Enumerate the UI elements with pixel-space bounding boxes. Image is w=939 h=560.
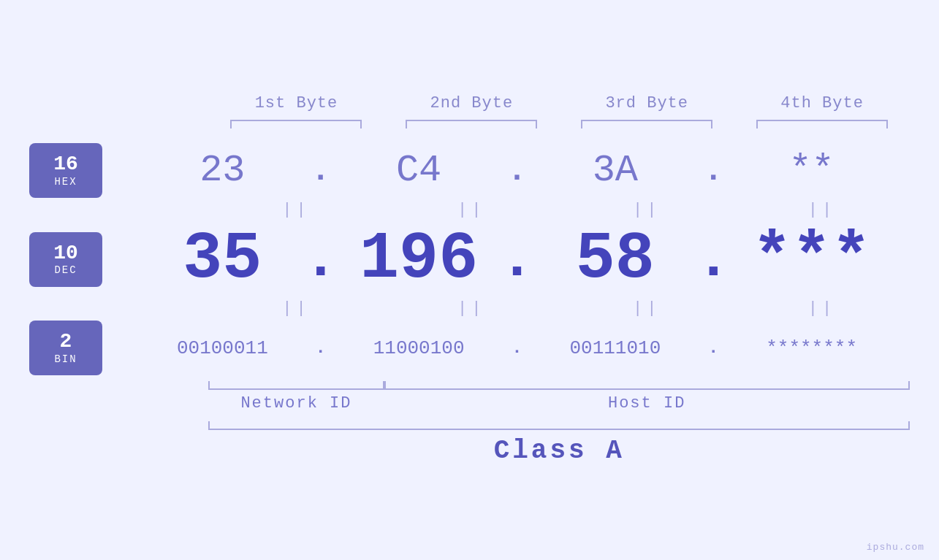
- bin-byte-1: 00100011: [124, 337, 321, 359]
- bin-row: 2 BIN 00100011 . 11000100 . 00111010 . *…: [29, 321, 910, 375]
- dec-byte-1: 35: [124, 222, 321, 296]
- eq-1: ||: [209, 201, 384, 219]
- spacer: [124, 120, 209, 129]
- spacer: [124, 201, 209, 219]
- hex-val-2: C4: [396, 149, 441, 192]
- bin-val-2: 11000100: [373, 337, 465, 359]
- bracket-4: [734, 120, 910, 129]
- dec-val-3: 58: [576, 222, 655, 296]
- top-brackets: [29, 120, 910, 129]
- bin-val-1: 00100011: [177, 337, 268, 359]
- dec-val-2: 196: [360, 222, 478, 296]
- outer-bracket-row: [29, 421, 910, 430]
- bin-val-3: 00111010: [569, 337, 661, 359]
- equals-row-2: || || || ||: [29, 299, 910, 318]
- dec-val-4: ***: [753, 222, 871, 296]
- id-labels-row: Network ID Host ID: [29, 394, 910, 413]
- bracket-2: [384, 120, 559, 129]
- dec-val-1: 35: [183, 222, 262, 296]
- dec-byte-3: 58: [517, 222, 714, 296]
- badge-spacer-bin: 2 BIN: [29, 321, 124, 375]
- byte-header-4: 4th Byte: [734, 94, 910, 112]
- bracket-line-4: [756, 120, 888, 129]
- byte-header-1: 1st Byte: [209, 94, 384, 112]
- badge-spacer-hex: 16 HEX: [29, 143, 124, 198]
- watermark: ipshu.com: [867, 542, 924, 553]
- bracket-1: [209, 120, 384, 129]
- hex-byte-1: 23: [124, 149, 321, 192]
- dec-badge-label: DEC: [54, 264, 77, 276]
- network-bracket: [208, 381, 384, 390]
- badge-spacer-dec: 10 DEC: [29, 232, 124, 287]
- hex-val-4: **: [788, 149, 834, 192]
- hex-val-1: 23: [199, 149, 245, 192]
- dec-row: 10 DEC 35 . 196 . 58 . ***: [29, 222, 910, 296]
- bottom-brackets: [29, 381, 910, 390]
- bin-badge-num: 2: [60, 331, 72, 353]
- hex-badge-num: 16: [53, 153, 78, 176]
- spacer: [124, 436, 209, 466]
- eq2-4: ||: [734, 299, 910, 318]
- hex-byte-4: **: [713, 149, 910, 192]
- hex-byte-2: C4: [321, 149, 517, 192]
- eq-4: ||: [734, 201, 910, 219]
- eq-3: ||: [559, 201, 734, 219]
- spacer: [124, 299, 209, 318]
- dec-badge-num: 10: [53, 242, 78, 265]
- outer-bracket: [208, 421, 910, 430]
- hex-byte-3: 3A: [517, 149, 714, 192]
- host-id-label: Host ID: [384, 394, 910, 413]
- bin-byte-4: ********: [713, 337, 910, 359]
- dec-byte-2: 196: [321, 222, 517, 296]
- host-bracket: [384, 381, 910, 390]
- hex-badge: 16 HEX: [29, 143, 102, 198]
- bracket-line-3: [581, 120, 712, 129]
- network-id-label: Network ID: [209, 394, 384, 413]
- hex-val-3: 3A: [593, 149, 638, 192]
- byte-headers-row: 1st Byte 2nd Byte 3rd Byte 4th Byte: [29, 94, 910, 112]
- bin-badge-label: BIN: [54, 353, 77, 365]
- hex-row: 16 HEX 23 . C4 . 3A . **: [29, 143, 910, 198]
- eq2-1: ||: [209, 299, 384, 318]
- bracket-line-1: [230, 120, 362, 129]
- eq-2: ||: [384, 201, 559, 219]
- spacer: [124, 421, 208, 430]
- dec-badge: 10 DEC: [29, 232, 102, 287]
- equals-row-1: || || || ||: [29, 201, 910, 219]
- spacer: [124, 381, 208, 390]
- dec-byte-4: ***: [713, 222, 910, 296]
- main-container: 1st Byte 2nd Byte 3rd Byte 4th Byte 16 H…: [0, 0, 939, 560]
- bin-val-4: ********: [766, 337, 857, 359]
- bracket-3: [559, 120, 734, 129]
- spacer: [124, 94, 209, 112]
- class-label: Class A: [209, 436, 911, 466]
- byte-header-3: 3rd Byte: [559, 94, 734, 112]
- class-label-row: Class A: [29, 436, 910, 466]
- bracket-line-2: [406, 120, 537, 129]
- bin-badge: 2 BIN: [29, 321, 102, 375]
- hex-badge-label: HEX: [54, 176, 77, 188]
- eq2-3: ||: [559, 299, 734, 318]
- bin-byte-3: 00111010: [517, 337, 714, 359]
- spacer: [124, 394, 209, 413]
- bin-byte-2: 11000100: [321, 337, 517, 359]
- eq2-2: ||: [384, 299, 559, 318]
- byte-header-2: 2nd Byte: [384, 94, 559, 112]
